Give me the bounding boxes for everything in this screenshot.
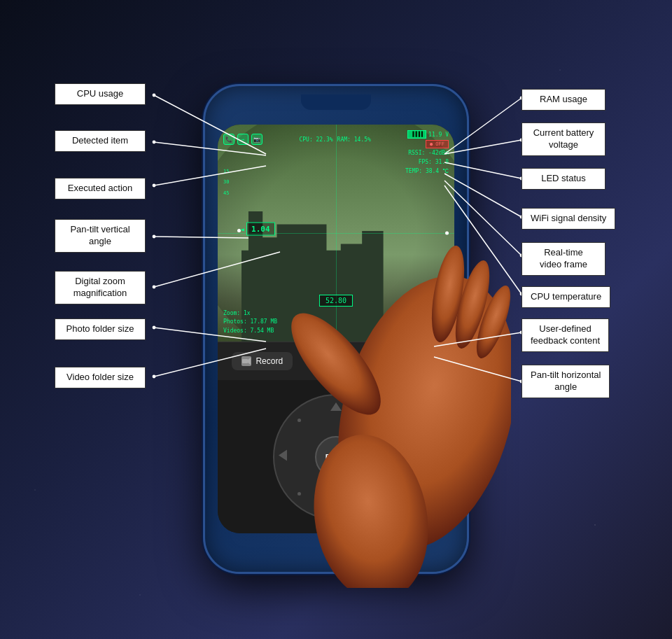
label-pan-horizontal: Pan-tilt horizontalangle	[522, 365, 610, 398]
label-ram-usage: RAM usage	[522, 89, 606, 111]
scale-15: 15	[223, 167, 229, 177]
hud-rssi: RSSI: -42dBm	[405, 149, 449, 158]
phone-notch	[301, 94, 371, 110]
ram-usage-text: RAM usage	[540, 94, 587, 104]
phone-icon: 📞	[223, 134, 234, 145]
label-video-folder-size: Video folder size	[55, 367, 146, 388]
hud-center-stats: CPU: 22.3% RAM: 14.5%	[299, 136, 370, 143]
label-digital-zoom: Digital zoommagnification	[55, 271, 146, 304]
label-detected-item: Detected item	[55, 130, 146, 152]
scale-30: 30	[223, 177, 229, 188]
hud-cpu-stat: CPU: 22.3%	[299, 136, 332, 143]
label-realtime-frame: Real-timevideo frame	[522, 242, 606, 276]
label-led-status: LED status	[522, 168, 606, 190]
vertical-scale: 15 30 45	[223, 167, 229, 199]
video-folder-size-text: Video folder size	[66, 372, 134, 382]
hud-led-indicator: ● OFF	[426, 140, 449, 148]
phone-device: 📞 → 📷 CPU: 22.3% RAM: 14.5% ▐▐▐▐ 11.9 V	[203, 84, 469, 574]
photo-folder-size-text: Photo folder size	[66, 323, 134, 334]
scale-45: 45	[223, 188, 229, 199]
battery-bar: ▐▐▐▐	[407, 130, 426, 139]
cpu-usage-text: CPU usage	[77, 88, 123, 99]
label-cpu-temp: CPU temperature	[522, 286, 610, 308]
label-executed-action: Executed action	[55, 178, 146, 199]
executed-action-text: Executed action	[68, 183, 133, 193]
user-feedback-text: User-definedfeedback content	[531, 323, 600, 346]
realtime-frame-text: Real-timevideo frame	[540, 247, 587, 269]
digital-zoom-text: Digital zoommagnification	[74, 276, 127, 298]
cpu-temp-text: CPU temperature	[531, 291, 601, 302]
camera-icon: 📷	[251, 134, 262, 145]
hand-image	[231, 168, 511, 588]
detected-item-text: Detected item	[72, 135, 128, 146]
arrow-icon: →	[237, 134, 248, 145]
hud-battery-row: ▐▐▐▐ 11.9 V	[407, 130, 449, 139]
battery-voltage-text: Current batteryvoltage	[533, 127, 594, 150]
label-cpu-usage: CPU usage	[55, 83, 146, 105]
hud-right-info: ▐▐▐▐ 11.9 V ● OFF	[407, 130, 449, 148]
wifi-signal-text: WiFi signal density	[531, 213, 606, 223]
hud-ram-stat: RAM: 14.5%	[337, 136, 371, 143]
label-photo-folder-size: Photo folder size	[55, 318, 146, 340]
label-user-feedback: User-definedfeedback content	[522, 318, 609, 352]
label-battery-voltage: Current batteryvoltage	[522, 122, 606, 156]
hud-fps: FPS: 31.8	[405, 158, 449, 167]
hud-icons: 📞 → 📷	[223, 134, 262, 145]
pan-tilt-vertical-text: Pan-tilt verticalangle	[70, 224, 130, 246]
led-status-text: LED status	[541, 173, 586, 183]
battery-voltage-value: 11.9 V	[428, 132, 449, 138]
label-wifi-signal: WiFi signal density	[522, 208, 615, 230]
label-pan-tilt-vertical: Pan-tilt verticalangle	[55, 219, 146, 253]
pan-horizontal-text: Pan-tilt horizontalangle	[531, 370, 601, 392]
